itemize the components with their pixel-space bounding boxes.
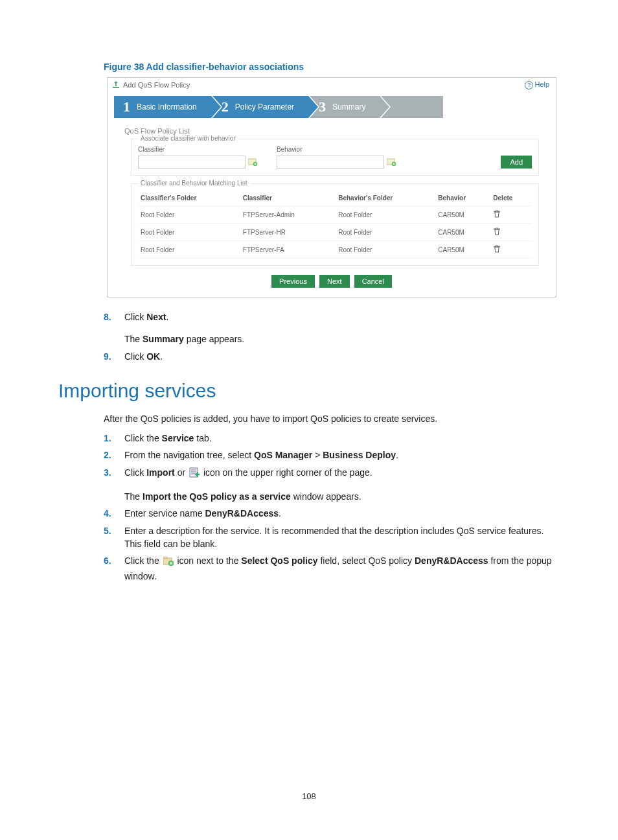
text: The <box>124 334 143 344</box>
th-classifier-folder: Classifier's Folder <box>138 191 240 206</box>
step-number: 6. <box>104 554 124 567</box>
table-row: Root Folder FTPServer-FA Root Folder CAR… <box>138 241 532 259</box>
text: From the navigation tree, select <box>124 450 254 460</box>
step-4: 4. Enter service name DenyR&DAccess. <box>104 507 560 520</box>
text-bold: Next <box>146 312 166 322</box>
fieldset-legend: Classifier and Behavior Matching List <box>138 180 250 187</box>
cell-behavior-folder: Root Folder <box>336 224 435 241</box>
text-bold: DenyR&DAccess <box>415 555 488 566</box>
step-number: 9. <box>104 350 124 363</box>
step-number: 4. <box>104 507 124 520</box>
svg-rect-8 <box>163 557 167 559</box>
delete-row-button[interactable] <box>490 206 532 224</box>
step-9: 9. Click OK. <box>104 350 560 363</box>
text-bold: DenyR&DAccess <box>205 508 279 519</box>
behavior-picker-icon[interactable] <box>387 158 396 166</box>
text: . <box>396 450 398 460</box>
th-delete: Delete <box>490 191 532 206</box>
th-classifier: Classifier <box>240 191 336 206</box>
text-bold: Service <box>162 433 194 443</box>
matching-table: Classifier's Folder Classifier Behavior'… <box>138 191 532 259</box>
step-1: 1. Click the Service tab. <box>104 432 560 445</box>
text: . <box>166 312 169 322</box>
behavior-label: Behavior <box>277 146 396 153</box>
text-bold: QoS Manager <box>254 450 312 460</box>
table-row: Root Folder FTPServer-Admin Root Folder … <box>138 206 532 224</box>
step-number: 8. <box>104 310 124 323</box>
delete-row-button[interactable] <box>490 241 532 259</box>
cell-classifier: FTPServer-Admin <box>240 206 336 224</box>
behavior-input[interactable] <box>277 156 384 169</box>
classifier-input[interactable] <box>138 156 246 169</box>
text-bold: Import <box>146 467 175 478</box>
qos-flow-policy-list-title: QoS Flow Policy List <box>124 127 556 135</box>
help-link[interactable]: Help <box>525 80 549 89</box>
wizard-step-label: Summary <box>332 102 365 111</box>
cell-classifier-folder: Root Folder <box>138 224 240 241</box>
text: page appears. <box>184 334 244 344</box>
wizard-step-trailer <box>381 96 443 118</box>
text-bold: Business Deploy <box>323 450 396 460</box>
step-5: 5. Enter a description for the service. … <box>104 524 560 551</box>
step-2: 2. From the navigation tree, select QoS … <box>104 449 560 461</box>
classifier-label: Classifier <box>138 146 257 153</box>
add-icon <box>111 80 120 89</box>
svg-rect-6 <box>197 472 198 475</box>
step-3-note: The Import the QoS policy as a service w… <box>124 490 560 503</box>
wizard-step-number: 2 <box>222 99 229 115</box>
th-behavior-folder: Behavior's Folder <box>336 191 435 206</box>
text: tab. <box>194 433 211 443</box>
screenshot-add-qos-flow-policy: Add QoS Flow Policy Help 1 Basic Informa… <box>107 77 556 298</box>
intro-paragraph: After the QoS policies is added, you hav… <box>104 412 560 425</box>
text: The <box>124 491 143 502</box>
classifier-picker-icon[interactable] <box>248 158 257 166</box>
text-bold: OK <box>146 351 160 362</box>
cell-behavior: CAR50M <box>435 206 490 224</box>
fieldset-legend: Associate classifier with behavior <box>138 135 238 142</box>
wizard-step-number: 1 <box>123 99 130 115</box>
cell-classifier: FTPServer-HR <box>240 224 336 241</box>
table-row: Root Folder FTPServer-HR Root Folder CAR… <box>138 224 532 241</box>
wizard-step-summary[interactable]: 3 Summary <box>310 96 380 118</box>
text: Click the <box>124 555 162 566</box>
cell-behavior-folder: Root Folder <box>336 206 435 224</box>
next-button[interactable]: Next <box>319 275 350 288</box>
cell-behavior: CAR50M <box>435 224 490 241</box>
text: > <box>312 450 323 460</box>
cell-behavior-folder: Root Folder <box>336 241 435 259</box>
cell-classifier-folder: Root Folder <box>138 206 240 224</box>
wizard-step-label: Basic Information <box>137 102 197 111</box>
text: Click <box>124 351 146 362</box>
step-3: 3. Click Import or icon on the upper rig… <box>104 466 560 481</box>
import-icon <box>189 467 200 481</box>
text: field, select QoS policy <box>318 555 415 566</box>
text: . <box>279 508 281 519</box>
text: Enter service name <box>124 508 205 519</box>
delete-row-button[interactable] <box>490 224 532 241</box>
svg-rect-0 <box>113 87 119 88</box>
th-behavior: Behavior <box>435 191 490 206</box>
step-number: 1. <box>104 432 124 445</box>
figure-caption: Figure 38 Add classifier-behavior associ… <box>104 62 560 72</box>
wizard-step-label: Policy Parameter <box>235 102 294 111</box>
cell-behavior: CAR50M <box>435 241 490 259</box>
classifier-behavior-matching-list-fieldset: Classifier and Behavior Matching List Cl… <box>131 183 539 266</box>
wizard-steps: 1 Basic Information 2 Policy Parameter 3… <box>114 96 549 118</box>
text: Click the <box>124 433 162 443</box>
text: Enter a description for the service. It … <box>124 524 560 551</box>
step-8-note: The Summary page appears. <box>124 332 560 345</box>
text: Click <box>124 467 146 478</box>
associate-classifier-behavior-fieldset: Associate classifier with behavior Class… <box>131 139 539 176</box>
text: icon next to the <box>175 555 242 566</box>
previous-button[interactable]: Previous <box>271 275 315 288</box>
heading-importing-services: Importing services <box>58 380 560 402</box>
cancel-button[interactable]: Cancel <box>354 275 392 288</box>
text-bold: Summary <box>143 334 184 344</box>
step-number: 3. <box>104 466 124 479</box>
add-button[interactable]: Add <box>501 156 532 169</box>
text: . <box>160 351 163 362</box>
cell-classifier-folder: Root Folder <box>138 241 240 259</box>
wizard-step-policy-parameter[interactable]: 2 Policy Parameter <box>212 96 308 118</box>
wizard-step-basic-information[interactable]: 1 Basic Information <box>114 96 211 118</box>
text-bold: Select QoS policy <box>241 555 317 566</box>
